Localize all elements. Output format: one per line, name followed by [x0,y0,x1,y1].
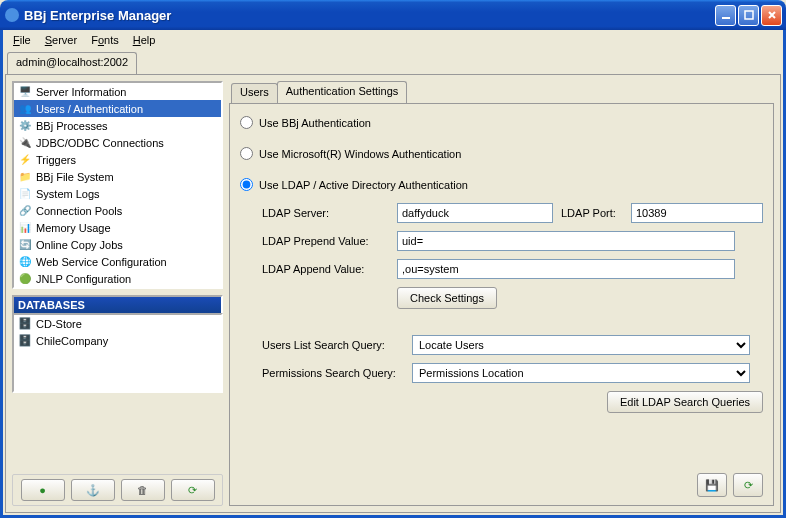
nav-label: Connection Pools [36,205,122,217]
database-icon: 🗄️ [18,334,32,347]
menu-help[interactable]: Help [127,32,162,48]
auth-option-bbj[interactable]: Use BBj Authentication [240,116,763,129]
nav-label: Triggers [36,154,76,166]
ldap-append-label: LDAP Append Value: [262,263,397,275]
db-icon: 🔌 [18,136,32,150]
folder-icon: 📁 [18,170,32,184]
minimize-button[interactable] [715,5,736,26]
users-query-label: Users List Search Query: [262,339,412,351]
nav-label: BBj File System [36,171,114,183]
close-button[interactable] [761,5,782,26]
db-label: ChileCompany [36,335,108,347]
log-icon: 📄 [18,187,32,201]
trigger-icon: ⚡ [18,153,32,167]
chart-icon: 📊 [18,221,32,235]
databases-list: 🗄️CD-Store 🗄️ChileCompany [12,313,223,393]
nav-item-web-service[interactable]: 🌐Web Service Configuration [14,253,221,270]
nav-label: System Logs [36,188,100,200]
nav-list: 🖥️Server Information 👥Users / Authentica… [12,81,223,289]
database-icon: 🗄️ [18,317,32,330]
perms-query-select[interactable]: Permissions Location [412,363,750,383]
ldap-append-input[interactable] [397,259,735,279]
db-item-cdstore[interactable]: 🗄️CD-Store [14,315,221,332]
tab-users[interactable]: Users [231,83,278,103]
nav-item-online-copy[interactable]: 🔄Online Copy Jobs [14,236,221,253]
nav-label: Users / Authentication [36,103,143,115]
databases-header: DATABASES [12,295,223,313]
svg-rect-1 [722,17,730,19]
svg-point-0 [5,8,19,22]
menu-fonts[interactable]: Fonts [85,32,125,48]
svg-rect-2 [745,11,753,19]
nav-label: Online Copy Jobs [36,239,123,251]
edit-ldap-queries-button[interactable]: Edit LDAP Search Queries [607,391,763,413]
radio-ldap[interactable] [240,178,253,191]
radio-bbj[interactable] [240,116,253,129]
ldap-prepend-label: LDAP Prepend Value: [262,235,397,247]
ldap-server-input[interactable] [397,203,553,223]
nav-item-server-info[interactable]: 🖥️Server Information [14,83,221,100]
users-icon: 👥 [18,102,32,116]
copy-icon: 🔄 [18,238,32,252]
connection-tab[interactable]: admin@localhost:2002 [7,52,137,74]
left-toolbar: ● ⚓ 🗑 ⟳ [12,474,223,506]
title-bar: BBj Enterprise Manager [0,0,786,30]
menu-file[interactable]: File [7,32,37,48]
nav-item-filesystem[interactable]: 📁BBj File System [14,168,221,185]
server-icon: 🖥️ [18,85,32,99]
nav-item-jdbc-odbc[interactable]: 🔌JDBC/ODBC Connections [14,134,221,151]
nav-item-memory-usage[interactable]: 📊Memory Usage [14,219,221,236]
nav-item-users-auth[interactable]: 👥Users / Authentication [14,100,221,117]
radio-label: Use Microsoft(R) Windows Authentication [259,148,461,160]
gear-icon: ⚙️ [18,119,32,133]
anchor-button[interactable]: ⚓ [71,479,115,501]
nav-label: Memory Usage [36,222,111,234]
window-title: BBj Enterprise Manager [24,8,715,23]
save-button[interactable]: 💾 [697,473,727,497]
tab-auth-settings[interactable]: Authentication Settings [277,81,408,103]
nav-item-system-logs[interactable]: 📄System Logs [14,185,221,202]
add-button[interactable]: ● [21,479,65,501]
trash-icon: 🗑 [137,484,148,496]
refresh-form-button[interactable]: ⟳ [733,473,763,497]
ldap-port-input[interactable] [631,203,763,223]
radio-label: Use BBj Authentication [259,117,371,129]
delete-button[interactable]: 🗑 [121,479,165,501]
auth-option-ldap[interactable]: Use LDAP / Active Directory Authenticati… [240,178,763,191]
pool-icon: 🔗 [18,204,32,218]
ldap-server-label: LDAP Server: [262,207,397,219]
nav-label: JNLP Configuration [36,273,131,285]
nav-item-connection-pools[interactable]: 🔗Connection Pools [14,202,221,219]
users-query-select[interactable]: Locate Users [412,335,750,355]
refresh-icon: ⟳ [188,484,197,497]
auth-option-windows[interactable]: Use Microsoft(R) Windows Authentication [240,147,763,160]
menu-server[interactable]: Server [39,32,83,48]
plus-icon: ● [39,484,46,496]
disk-icon: 💾 [705,479,719,492]
db-item-chilecompany[interactable]: 🗄️ChileCompany [14,332,221,349]
db-label: CD-Store [36,318,82,330]
check-settings-button[interactable]: Check Settings [397,287,497,309]
nav-label: JDBC/ODBC Connections [36,137,164,149]
nav-label: BBj Processes [36,120,108,132]
jnlp-icon: 🟢 [18,272,32,286]
maximize-button[interactable] [738,5,759,26]
nav-label: Server Information [36,86,126,98]
nav-item-bbj-processes[interactable]: ⚙️BBj Processes [14,117,221,134]
nav-item-jnlp[interactable]: 🟢JNLP Configuration [14,270,221,287]
radio-windows[interactable] [240,147,253,160]
nav-item-triggers[interactable]: ⚡Triggers [14,151,221,168]
menu-bar: File Server Fonts Help [0,30,786,50]
app-icon [4,7,20,23]
refresh-button[interactable]: ⟳ [171,479,215,501]
refresh-icon: ⟳ [744,479,753,492]
ldap-prepend-input[interactable] [397,231,735,251]
ldap-port-label: LDAP Port: [561,207,631,219]
radio-label: Use LDAP / Active Directory Authenticati… [259,179,468,191]
globe-icon: 🌐 [18,255,32,269]
perms-query-label: Permissions Search Query: [262,367,412,379]
nav-label: Web Service Configuration [36,256,167,268]
anchor-icon: ⚓ [86,484,100,497]
